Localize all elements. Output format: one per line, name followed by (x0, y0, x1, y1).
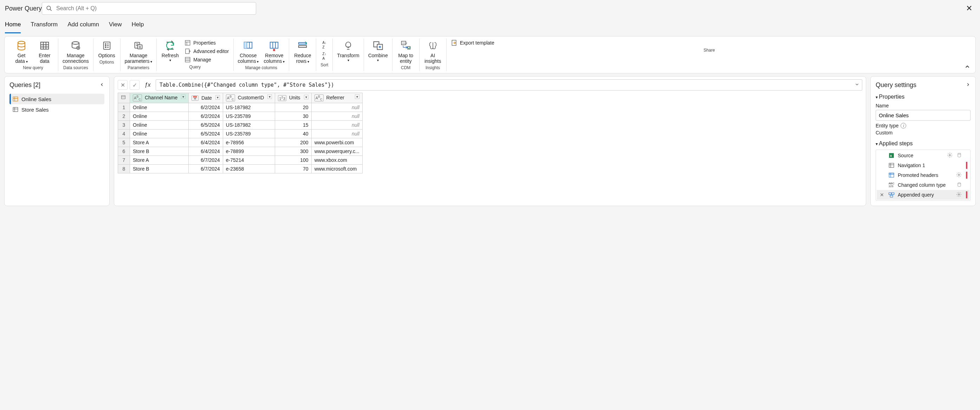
cell[interactable]: www.xbox.com (311, 155, 362, 164)
table-row[interactable]: 8Store B6/7/2024e-2365870www.microsoft.c… (118, 164, 363, 173)
gear-icon[interactable] (956, 192, 962, 198)
refresh-button[interactable]: Refresh▾ (161, 39, 179, 62)
formula-cancel-button[interactable]: ✕ (118, 80, 127, 90)
cell[interactable]: 6/5/2024 (189, 120, 223, 129)
column-filter-button[interactable]: ▾ (215, 95, 220, 100)
map-to-entity-button[interactable]: CDM Map toentity (397, 39, 415, 64)
cell[interactable]: Store A (130, 155, 189, 164)
row-number[interactable]: 7 (118, 155, 130, 164)
cell[interactable]: Online (130, 103, 189, 112)
row-number[interactable]: 3 (118, 120, 130, 129)
cell[interactable]: Online (130, 129, 189, 138)
table-row[interactable]: 7Store A6/7/2024e-75214100www.xbox.com (118, 155, 363, 164)
column-type-icon[interactable]: ABC (226, 95, 235, 101)
column-header[interactable]: 📅 Date▾ (189, 93, 223, 103)
column-header[interactable]: ABC CustomerID▾ (223, 93, 275, 103)
applied-steps-header[interactable]: Applied steps (876, 141, 970, 147)
cell[interactable]: e-75214 (223, 155, 275, 164)
cell[interactable]: US-187982 (223, 120, 275, 129)
export-template-button[interactable]: Export template (451, 39, 495, 46)
table-select-all[interactable] (118, 93, 130, 103)
cell[interactable]: Store B (130, 164, 189, 173)
query-item[interactable]: Online Sales (10, 94, 104, 104)
cell[interactable]: 6/7/2024 (189, 164, 223, 173)
properties-button[interactable]: Properties (184, 39, 216, 46)
close-button[interactable]: ✕ (963, 4, 975, 13)
table-row[interactable]: 1Online6/2/2024US-18798220null (118, 103, 363, 112)
tab-view[interactable]: View (109, 20, 122, 33)
cell[interactable]: www.powerquery.c... (311, 147, 362, 155)
properties-section-header[interactable]: Properties (876, 94, 970, 100)
cell[interactable]: null (311, 103, 362, 112)
table-row[interactable]: 2Online6/2/2024US-23578930null (118, 112, 363, 120)
row-number[interactable]: 2 (118, 112, 130, 120)
row-number[interactable]: 6 (118, 147, 130, 155)
column-header[interactable]: 123 Units▾ (275, 93, 311, 103)
column-filter-button[interactable]: ▾ (304, 95, 309, 99)
data-grid[interactable]: ABC Channel Name▾📅 Date▾ABC CustomerID▾1… (118, 93, 363, 173)
cell[interactable]: US-235789 (223, 112, 275, 120)
cell[interactable]: 6/4/2024 (189, 147, 223, 155)
formula-commit-button[interactable]: ✓ (130, 80, 140, 90)
delete-step-button[interactable]: ✕ (879, 192, 885, 198)
cell[interactable]: null (311, 112, 362, 120)
cell[interactable]: 6/2/2024 (189, 103, 223, 112)
cell[interactable]: Online (130, 112, 189, 120)
query-name-input[interactable] (876, 110, 970, 121)
formula-expand-button[interactable] (854, 82, 859, 88)
tab-add-column[interactable]: Add column (67, 20, 99, 33)
collapse-queries-button[interactable] (99, 81, 104, 89)
cell[interactable]: 6/7/2024 (189, 155, 223, 164)
cell[interactable]: 20 (275, 103, 311, 112)
row-number[interactable]: 5 (118, 138, 130, 147)
sort-asc-button[interactable]: A↓Z (322, 39, 328, 50)
manage-connections-button[interactable]: Manageconnections (62, 39, 89, 64)
column-type-icon[interactable]: ABC (315, 95, 324, 101)
table-row[interactable]: 5Store A6/4/2024e-78956200www.powerbi.co… (118, 138, 363, 147)
sort-desc-button[interactable]: Z↓A (322, 51, 328, 61)
cell[interactable]: 15 (275, 120, 311, 129)
cell[interactable]: 70 (275, 164, 311, 173)
cell[interactable]: www.powerbi.com (311, 138, 362, 147)
column-filter-button[interactable]: ▾ (267, 95, 272, 99)
column-header[interactable]: ABC Referrer▾ (311, 93, 362, 103)
applied-step[interactable]: Navigation 1 (877, 160, 969, 170)
column-type-icon[interactable]: ABC (133, 95, 142, 101)
table-row[interactable]: 4Online6/5/2024US-23578940null (118, 129, 363, 138)
cell[interactable]: 200 (275, 138, 311, 147)
tab-home[interactable]: Home (5, 20, 21, 33)
gear-icon[interactable] (956, 172, 962, 179)
cell[interactable]: 40 (275, 129, 311, 138)
options-button[interactable]: Options (98, 39, 116, 58)
column-type-icon[interactable]: 123 (278, 95, 286, 101)
applied-step[interactable]: XSource (877, 150, 969, 160)
cell[interactable]: null (311, 120, 362, 129)
cell[interactable]: 6/5/2024 (189, 129, 223, 138)
cell[interactable]: e-78956 (223, 138, 275, 147)
applied-step[interactable]: ABC123Changed column type (877, 180, 969, 190)
enter-data-button[interactable]: Enterdata (35, 39, 54, 64)
combine-button[interactable]: Combine▾ (368, 39, 388, 62)
cell[interactable]: US-187982 (223, 103, 275, 112)
search-input[interactable] (42, 2, 256, 15)
manage-parameters-button[interactable]: Manageparameters (125, 39, 153, 64)
gear-icon[interactable] (947, 152, 953, 159)
cell[interactable]: 6/4/2024 (189, 138, 223, 147)
formula-input[interactable]: Table.Combine({#"Changed column type", #… (156, 79, 862, 90)
cell[interactable]: Store B (130, 147, 189, 155)
advanced-editor-button[interactable]: Advanced editor (184, 48, 229, 55)
transform-button[interactable]: Transform▾ (337, 39, 359, 62)
cell[interactable]: www.microsoft.com (311, 164, 362, 173)
expand-settings-button[interactable] (966, 81, 970, 89)
choose-columns-button[interactable]: Choosecolumns (238, 39, 259, 64)
reduce-rows-button[interactable]: Reducerows (293, 39, 312, 64)
info-icon[interactable]: i (900, 123, 906, 128)
tab-help[interactable]: Help (132, 20, 144, 33)
column-header[interactable]: ABC Channel Name▾ (130, 93, 189, 103)
applied-step[interactable]: Promoted headers (877, 170, 969, 180)
cell[interactable]: 300 (275, 147, 311, 155)
row-number[interactable]: 8 (118, 164, 130, 173)
cell[interactable]: 100 (275, 155, 311, 164)
cell[interactable]: null (311, 129, 362, 138)
remove-columns-button[interactable]: Removecolumns (264, 39, 285, 64)
